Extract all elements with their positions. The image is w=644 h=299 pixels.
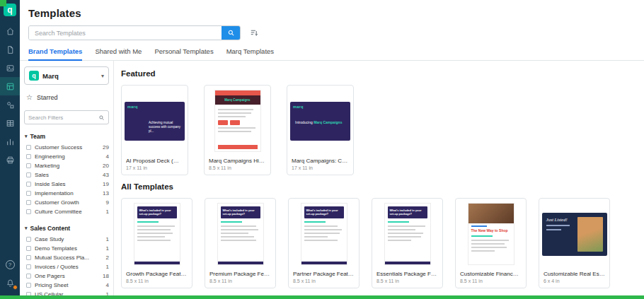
checkbox[interactable] <box>26 255 31 260</box>
filter-item-engineering[interactable]: Engineering4 <box>24 152 109 161</box>
template-card-finance-flyer[interactable]: The New Way to Shop Customizable Finance… <box>455 198 527 288</box>
template-title: AI Proposal Deck (MSP) <box>126 158 183 164</box>
template-card-partner-package[interactable]: What's included in your set-up package? … <box>288 198 360 288</box>
filter-search-bar <box>24 110 109 124</box>
filter-item-mutual-success[interactable]: Mutual Success Pla...2 <box>24 253 109 262</box>
checkbox[interactable] <box>26 209 31 214</box>
brand-logo-icon: q <box>29 71 39 81</box>
all-templates-card-row: What's included in your set-up package? … <box>121 198 644 288</box>
filter-item-pricing-sheet[interactable]: Pricing Sheet4 <box>24 281 109 290</box>
template-dimensions: 17 x 11 in <box>126 165 183 170</box>
template-card-marq-campaigns-high-level[interactable]: Marq Campaigns Marq Campaigns High <box>204 85 271 175</box>
template-title: Premium Package Featu... <box>209 271 271 277</box>
brand-name: Marq <box>42 72 59 80</box>
checkbox[interactable] <box>26 163 31 168</box>
template-dimensions: 8.5 x 11 in <box>126 279 188 283</box>
template-thumbnail: marq Achieving mutual success with compa… <box>122 86 188 156</box>
analytics-icon[interactable] <box>0 132 20 151</box>
all-templates-heading: All Templates <box>121 182 644 191</box>
filter-item-customer-success[interactable]: Customer Success29 <box>24 143 109 152</box>
filter-item-inside-sales[interactable]: Inside Sales19 <box>24 180 109 189</box>
templates-icon[interactable] <box>0 77 20 95</box>
marq-thumb-logo: marq <box>293 105 347 109</box>
tab-shared-with-me[interactable]: Shared with Me <box>95 47 142 60</box>
featured-card-row: marq Achieving mutual success with compa… <box>121 85 644 175</box>
template-dimensions: 8.5 x 11 in <box>293 279 355 283</box>
chevron-down-icon: ▾ <box>101 73 104 79</box>
tab-personal-templates[interactable]: Personal Templates <box>154 47 213 60</box>
template-card-essentials-package[interactable]: What's included in your set-up package? … <box>372 198 443 288</box>
section-team[interactable]: ▾ Team <box>25 133 109 140</box>
starred-filter[interactable]: ☆ Starred <box>26 94 109 101</box>
template-thumbnail: What's included in your set-up package? <box>372 199 442 269</box>
checkbox[interactable] <box>26 274 31 279</box>
star-icon: ☆ <box>26 94 33 101</box>
screen-share-bottom-indicator <box>0 295 644 299</box>
filter-item-invoices-quotes[interactable]: Invoices / Quotes1 <box>24 262 109 271</box>
caret-down-icon: ▾ <box>25 134 28 139</box>
template-thumbnail: What's included in your set-up package? <box>205 199 275 269</box>
template-dimensions: 8.5 x 11 in <box>209 279 271 283</box>
template-card-premium-package[interactable]: What's included in your set-up package? … <box>205 198 276 288</box>
checkbox[interactable] <box>26 246 31 251</box>
template-thumbnail: marq Introducing Marq Campaigns <box>287 86 353 156</box>
documents-icon[interactable] <box>0 40 20 59</box>
template-dimensions: 17 x 11 in <box>292 165 349 170</box>
page-header: Templates Brand Templates Shared with Me <box>20 0 644 61</box>
template-thumbnail: What's included in your set-up package? <box>289 199 359 269</box>
checkbox[interactable] <box>26 200 31 205</box>
help-icon[interactable]: ? <box>0 255 20 274</box>
tab-marq-templates[interactable]: Marq Templates <box>226 47 274 60</box>
checkbox[interactable] <box>26 237 31 242</box>
template-title: Essentials Package Feat... <box>376 271 438 277</box>
template-thumbnail: Just Listed! <box>539 199 609 269</box>
brand-selector[interactable]: q Marq ▾ <box>24 66 109 85</box>
template-dimensions: 6 x 4 in <box>544 279 605 283</box>
checkbox[interactable] <box>26 264 31 269</box>
template-card-ai-proposal-deck[interactable]: marq Achieving mutual success with compa… <box>121 85 188 175</box>
template-title: Growth Package Features <box>126 271 188 277</box>
template-search-bar <box>28 25 241 40</box>
checkbox[interactable] <box>26 191 31 196</box>
template-thumbnail: Marq Campaigns <box>205 86 270 156</box>
template-card-marq-campaigns-cs-launch[interactable]: marq Introducing Marq Campaigns Marq Cam… <box>287 85 354 175</box>
section-sales-content[interactable]: ▾ Sales Content <box>25 225 109 232</box>
starred-label: Starred <box>37 94 58 101</box>
filter-search-input[interactable] <box>28 115 98 121</box>
templates-content: Featured marq Achieving mutual success w… <box>114 61 644 299</box>
checkbox[interactable] <box>26 182 31 187</box>
filter-item-case-study[interactable]: Case Study1 <box>24 235 109 244</box>
filter-item-marketing[interactable]: Marketing20 <box>24 161 109 170</box>
search-button[interactable] <box>222 26 240 40</box>
template-tabs: Brand Templates Shared with Me Personal … <box>20 40 644 61</box>
filter-item-demo-templates[interactable]: Demo Templates1 <box>24 244 109 253</box>
checkbox[interactable] <box>26 283 31 288</box>
print-icon[interactable] <box>0 151 20 169</box>
tab-brand-templates[interactable]: Brand Templates <box>28 47 82 61</box>
filter-item-implementation[interactable]: Implementation13 <box>24 189 109 198</box>
brand-assets-icon[interactable] <box>0 95 20 114</box>
filter-item-customer-growth[interactable]: Customer Growth9 <box>24 198 109 207</box>
filter-item-culture-committee[interactable]: Culture Committee1 <box>24 207 109 216</box>
search-input[interactable] <box>29 26 222 40</box>
checkbox[interactable] <box>26 145 31 150</box>
filter-item-one-pagers[interactable]: One Pagers18 <box>24 271 109 281</box>
data-table-icon[interactable] <box>0 114 20 132</box>
flyer-photo <box>468 204 514 223</box>
template-title: Customizable Real Estat... <box>544 271 605 277</box>
checkbox[interactable] <box>26 154 31 159</box>
notification-badge <box>13 285 18 290</box>
featured-heading: Featured <box>121 69 644 78</box>
notifications-icon[interactable] <box>0 274 20 292</box>
template-card-real-estate-postcard[interactable]: Just Listed! Customizable Real Estat... … <box>539 198 610 288</box>
filter-item-sales[interactable]: Sales43 <box>24 170 109 180</box>
images-icon[interactable] <box>0 59 20 77</box>
search-icon <box>98 115 105 121</box>
template-dimensions: 8.5 x 11 in <box>376 279 438 283</box>
template-dimensions: 8.5 x 11 in <box>460 279 522 283</box>
checkbox[interactable] <box>26 172 31 177</box>
template-card-growth-package[interactable]: What's included in your set-up package? … <box>121 198 192 288</box>
sort-icon[interactable] <box>250 28 259 37</box>
nav-rail: q ? <box>0 0 20 299</box>
home-icon[interactable] <box>0 22 20 40</box>
